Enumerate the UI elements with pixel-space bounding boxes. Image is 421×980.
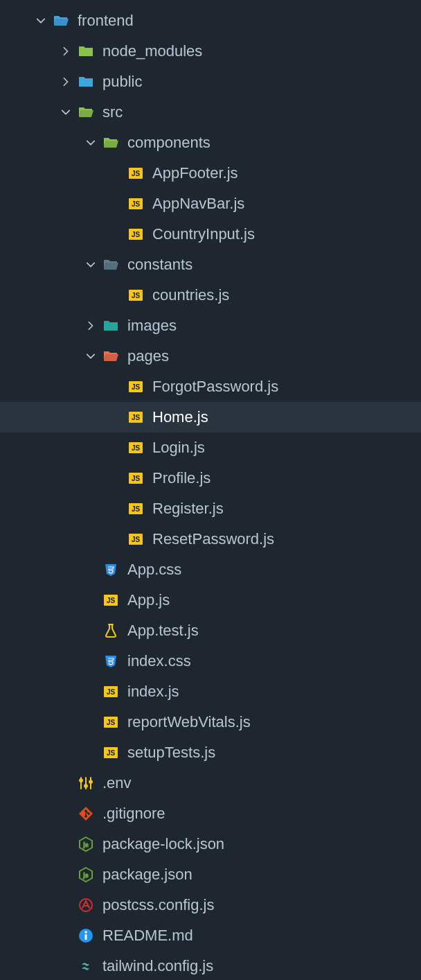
tree-item-label: Profile.js xyxy=(152,469,210,487)
tree-item-label: AppFooter.js xyxy=(152,164,238,182)
js-icon xyxy=(127,439,144,456)
folder-blue-icon xyxy=(53,12,69,29)
tree-file[interactable]: Register.js xyxy=(0,493,421,524)
js-icon xyxy=(127,226,144,243)
tree-item-label: App.css xyxy=(127,561,181,579)
tree-item-label: components xyxy=(127,134,210,152)
env-icon xyxy=(78,775,94,791)
js-icon xyxy=(102,714,119,730)
tree-folder[interactable]: node_modules xyxy=(0,36,421,67)
tree-file[interactable]: App.js xyxy=(0,585,421,615)
folder-green-code-icon xyxy=(78,104,94,121)
tree-folder[interactable]: images xyxy=(0,310,421,341)
js-icon xyxy=(127,195,144,212)
tree-item-label: CountryInput.js xyxy=(152,225,255,243)
chevron-right-icon[interactable] xyxy=(60,76,72,88)
chevron-down-icon[interactable] xyxy=(84,350,97,362)
tree-folder[interactable]: src xyxy=(0,97,421,128)
git-icon xyxy=(78,805,94,822)
tree-item-label: public xyxy=(102,73,142,91)
tree-file[interactable]: reportWebVitals.js xyxy=(0,707,421,737)
folder-green-dot-icon xyxy=(78,43,94,60)
chevron-right-icon[interactable] xyxy=(84,320,97,332)
tree-file[interactable]: AppNavBar.js xyxy=(0,189,421,219)
tree-file[interactable]: countries.js xyxy=(0,280,421,310)
folder-gray-icon xyxy=(102,256,119,273)
tree-file[interactable]: .gitignore xyxy=(0,798,421,829)
tree-file[interactable]: index.js xyxy=(0,676,421,707)
tree-file[interactable]: README.md xyxy=(0,920,421,951)
chevron-down-icon[interactable] xyxy=(84,259,97,271)
info-icon xyxy=(78,927,94,944)
js-icon xyxy=(127,287,144,304)
node-icon xyxy=(78,836,94,852)
tree-item-label: Home.js xyxy=(152,408,208,426)
chevron-down-icon[interactable] xyxy=(60,106,72,119)
tree-folder[interactable]: constants xyxy=(0,250,421,280)
js-icon xyxy=(127,470,144,487)
tree-file[interactable]: setupTests.js xyxy=(0,737,421,768)
tree-item-label: ResetPassword.js xyxy=(152,530,274,548)
tree-file[interactable]: .env xyxy=(0,768,421,798)
tree-item-label: package-lock.json xyxy=(102,835,224,853)
tree-folder[interactable]: public xyxy=(0,67,421,97)
tree-file[interactable]: postcss.config.js xyxy=(0,890,421,920)
tree-file[interactable]: Profile.js xyxy=(0,463,421,493)
js-icon xyxy=(127,409,144,426)
tree-file[interactable]: AppFooter.js xyxy=(0,158,421,189)
postcss-icon xyxy=(78,897,94,913)
node-icon xyxy=(78,866,94,883)
tree-folder[interactable]: pages xyxy=(0,341,421,371)
tree-item-label: setupTests.js xyxy=(127,744,215,762)
tree-item-label: constants xyxy=(127,256,192,274)
tree-item-label: index.css xyxy=(127,652,191,670)
tree-file[interactable]: index.css xyxy=(0,646,421,676)
tree-file[interactable]: package.json xyxy=(0,859,421,890)
file-tree: frontendnode_modulespublicsrccomponentsA… xyxy=(0,6,421,980)
js-icon xyxy=(127,165,144,182)
tree-item-label: node_modules xyxy=(102,42,202,60)
test-icon xyxy=(102,622,119,639)
tree-item-label: index.js xyxy=(127,683,179,701)
tree-item-label: App.test.js xyxy=(127,622,199,640)
tree-item-label: Register.js xyxy=(152,500,224,518)
tree-file[interactable]: CountryInput.js xyxy=(0,219,421,250)
js-icon xyxy=(102,744,119,761)
js-icon xyxy=(127,378,144,395)
chevron-right-icon[interactable] xyxy=(60,45,72,58)
tree-folder[interactable]: components xyxy=(0,128,421,158)
tailwind-icon xyxy=(78,958,94,974)
tree-file[interactable]: Login.js xyxy=(0,432,421,463)
tree-item-label: images xyxy=(127,317,177,335)
chevron-down-icon[interactable] xyxy=(84,137,97,149)
tree-item-label: frontend xyxy=(78,12,134,30)
tree-item-label: pages xyxy=(127,347,169,365)
tree-file[interactable]: ResetPassword.js xyxy=(0,524,421,554)
tree-item-label: App.js xyxy=(127,591,170,609)
css-icon xyxy=(102,653,119,670)
tree-file[interactable]: App.test.js xyxy=(0,615,421,646)
tree-file[interactable]: App.css xyxy=(0,554,421,585)
tree-file[interactable]: tailwind.config.js xyxy=(0,951,421,980)
tree-file[interactable]: package-lock.json xyxy=(0,829,421,859)
tree-item-label: countries.js xyxy=(152,286,229,304)
folder-green-comp-icon xyxy=(102,134,119,151)
tree-item-label: .env xyxy=(102,774,132,792)
js-icon xyxy=(102,683,119,700)
tree-item-label: .gitignore xyxy=(102,805,165,823)
tree-folder[interactable]: frontend xyxy=(0,6,421,36)
tree-file[interactable]: ForgotPassword.js xyxy=(0,371,421,402)
tree-item-label: tailwind.config.js xyxy=(102,957,213,975)
folder-blue-web-icon xyxy=(78,73,94,90)
css-icon xyxy=(102,561,119,578)
js-icon xyxy=(127,500,144,517)
tree-item-label: ForgotPassword.js xyxy=(152,378,278,396)
tree-item-label: package.json xyxy=(102,866,192,884)
tree-item-label: postcss.config.js xyxy=(102,896,214,914)
chevron-down-icon[interactable] xyxy=(35,15,47,27)
folder-teal-icon xyxy=(102,317,119,334)
js-icon xyxy=(127,531,144,548)
tree-item-label: src xyxy=(102,103,123,121)
tree-file[interactable]: Home.js xyxy=(0,402,421,432)
tree-item-label: AppNavBar.js xyxy=(152,195,244,213)
